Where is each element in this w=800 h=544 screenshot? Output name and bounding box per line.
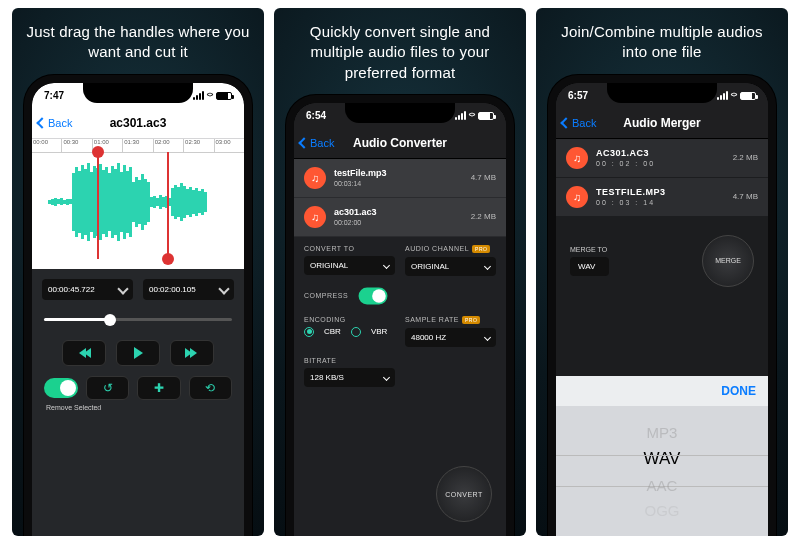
chevron-down-icon [484,263,491,270]
back-button[interactable]: Back [562,109,596,138]
signal-icon [455,111,466,120]
merge-button[interactable]: MERGE [702,235,754,287]
battery-icon [478,112,494,120]
file-row[interactable]: ac301.ac3 00:02:00 2.2 MB [294,198,506,236]
file-row[interactable]: AC301.AC3 00 : 02 : 00 2.2 MB [556,139,768,177]
chevron-left-icon [36,117,47,128]
panel-cutter: Just drag the handles where you want and… [12,8,264,536]
bitrate-label: BITRATE [304,357,395,364]
remove-selected-label: Remove Selected [46,404,230,411]
sample-rate-label: SAMPLE RATEPRO [405,316,496,324]
nav-bar: Back Audio Merger [556,109,768,139]
wifi-icon: ⌔ [207,90,213,101]
chevron-down-icon [383,374,390,381]
phone-notch [607,83,717,103]
reset-button[interactable]: ⟲ [189,376,232,400]
playback-slider[interactable] [44,314,232,326]
end-time-field[interactable]: 00:02:00.105 [143,279,234,300]
encoding-label: ENCODING [304,316,395,323]
battery-icon [740,92,756,100]
rewind-button[interactable] [62,340,106,366]
picker-wheel[interactable]: MP3 WAV AAC OGG [556,406,768,536]
status-time: 6:54 [306,110,326,121]
trim-handle-end[interactable] [160,152,176,259]
music-icon [304,206,326,228]
back-button[interactable]: Back [300,129,334,158]
phone-frame: 6:57 ⌔ Back Audio Merger AC301.A [548,75,776,537]
compress-label: COMPRESS [304,292,348,299]
compress-toggle[interactable] [359,287,388,304]
nav-title: Audio Converter [353,136,447,150]
waveform [48,161,228,243]
back-button[interactable]: Back [38,109,72,138]
fast-forward-button[interactable] [170,340,214,366]
timeline-ruler: 00:0000:30 01:0001:30 02:0002:30 03:00 [32,139,244,153]
bitrate-dropdown[interactable]: 128 KB/S [304,368,395,387]
picker-option[interactable]: OGG [644,502,679,519]
chevron-down-icon [484,334,491,341]
nav-title: Audio Merger [623,116,700,130]
signal-icon [717,91,728,100]
waveform-area[interactable]: 00:0000:30 01:0001:30 02:0002:30 03:00 [32,139,244,269]
nav-title: ac301.ac3 [110,116,167,130]
undo-button[interactable]: ↺ [86,376,129,400]
panel-caption: Join/Combine multiple audios into one fi… [536,8,788,75]
pencil-icon [117,283,128,294]
battery-icon [216,92,232,100]
panel-converter: Quickly convert single and multiple audi… [274,8,526,536]
sample-rate-dropdown[interactable]: 48000 HZ [405,328,496,347]
encoding-vbr-radio[interactable] [351,327,361,337]
file-row[interactable]: testFile.mp3 00:03:14 4.7 MB [294,159,506,197]
audio-channel-label: AUDIO CHANNELPRO [405,245,496,253]
remove-selected-toggle[interactable] [44,378,78,398]
merge-to-dropdown[interactable]: WAV [570,257,609,276]
status-time: 6:57 [568,90,588,101]
merge-to-label: MERGE TO [570,246,609,253]
nav-bar: Back ac301.ac3 [32,109,244,139]
picker-option[interactable]: MP3 [647,424,678,441]
music-icon [304,167,326,189]
done-button[interactable]: DONE [721,384,756,398]
music-icon [566,147,588,169]
panel-caption: Quickly convert single and multiple audi… [274,8,526,95]
panel-caption: Just drag the handles where you want and… [12,8,264,75]
convert-button[interactable]: CONVERT [436,466,492,522]
chevron-down-icon [383,262,390,269]
phone-notch [345,103,455,123]
pencil-icon [218,283,229,294]
picker-option[interactable]: AAC [647,477,678,494]
phone-notch [83,83,193,103]
convert-to-dropdown[interactable]: ORIGINAL [304,256,395,275]
signal-icon [193,91,204,100]
audio-channel-dropdown[interactable]: ORIGINAL [405,257,496,276]
status-time: 7:47 [44,90,64,101]
nav-bar: Back Audio Converter [294,129,506,159]
start-time-field[interactable]: 00:00:45.722 [42,279,133,300]
music-icon [566,186,588,208]
trim-handle-start[interactable] [90,152,106,259]
save-button[interactable]: ✚ [137,376,180,400]
convert-to-label: CONVERT TO [304,245,395,252]
encoding-cbr-radio[interactable] [304,327,314,337]
play-button[interactable] [116,340,160,366]
file-row[interactable]: TESTFILE.MP3 00 : 03 : 14 4.7 MB [556,178,768,216]
chevron-left-icon [298,138,309,149]
wifi-icon: ⌔ [469,110,475,121]
wifi-icon: ⌔ [731,90,737,101]
chevron-left-icon [560,117,571,128]
panel-merger: Join/Combine multiple audios into one fi… [536,8,788,536]
format-picker[interactable]: DONE MP3 WAV AAC OGG [556,376,768,536]
phone-frame: 6:54 ⌔ Back Audio Converter test [286,95,514,536]
phone-frame: 7:47 ⌔ Back ac301.ac3 00:0000:30 [24,75,252,537]
